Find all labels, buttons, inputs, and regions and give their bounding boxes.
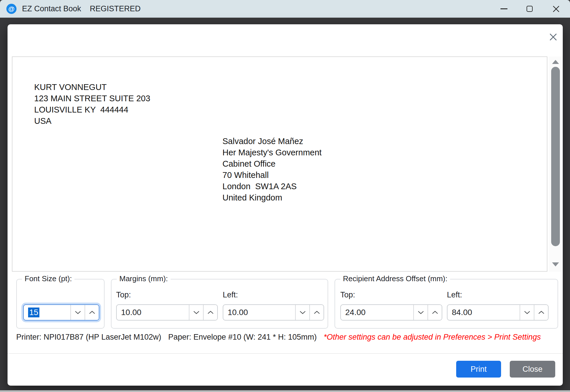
sender-address: KURT VONNEGUT 123 MAIN STREET SUITE 203 … [34, 82, 150, 127]
print-button[interactable]: Print [456, 361, 501, 378]
recipient-line: Cabinet Office [222, 158, 321, 170]
preview-scrollbar[interactable] [549, 56, 562, 272]
close-icon [549, 32, 558, 42]
margins-group: Margins (mm): Top: 10.00 Left: [111, 279, 328, 329]
offset-top-value: 24.00 [345, 308, 366, 317]
settings-note: *Other settings can be adjusted in Prefe… [324, 333, 541, 342]
scrollbar-thumb[interactable] [551, 67, 560, 246]
chevron-up-icon [432, 311, 438, 314]
scroll-up-icon[interactable] [552, 60, 559, 64]
margins-legend: Margins (mm): [117, 274, 171, 283]
chevron-down-icon [418, 311, 424, 314]
recipient-line: Her Majesty's Government [222, 147, 321, 158]
chevron-down-icon [524, 311, 530, 314]
app-title: EZ Contact Book [22, 0, 81, 18]
offset-top-input[interactable]: 24.00 [341, 305, 413, 320]
margins-left-input[interactable]: 10.00 [223, 305, 295, 320]
maximize-icon [527, 6, 533, 12]
font-size-value: 15 [28, 308, 39, 317]
footer-divider [8, 353, 563, 354]
close-icon [552, 5, 560, 13]
recipient-address: Salvador José Mañez Her Majesty's Govern… [222, 136, 321, 203]
offset-left-value: 84.00 [452, 308, 472, 317]
offset-left-decrement-button[interactable] [520, 305, 534, 320]
screen: @ EZ Contact Book REGISTERED Envelope Pr… [0, 0, 570, 392]
chevron-up-icon [314, 311, 320, 314]
recipient-line: 70 Whitehall [222, 170, 321, 181]
chevron-up-icon [538, 311, 545, 314]
recipient-line: Salvador José Mañez [222, 136, 321, 147]
window-close-button[interactable] [547, 1, 565, 16]
background-window-sliver [0, 390, 570, 392]
offset-top-label: Top: [340, 290, 355, 299]
envelope-preview: KURT VONNEGUT 123 MAIN STREET SUITE 203 … [12, 56, 547, 272]
margins-top-label: Top: [116, 290, 131, 299]
sender-line: KURT VONNEGUT [34, 82, 150, 93]
status-line: Printer: NPI017B87 (HP LaserJet M102w) P… [16, 333, 555, 342]
font-size-input[interactable]: 15 [24, 305, 70, 320]
dialog-close-button[interactable] [545, 28, 562, 46]
margins-left-value: 10.00 [228, 308, 248, 317]
font-size-increment-button[interactable] [85, 305, 99, 320]
chevron-down-icon [193, 311, 200, 314]
minimize-button[interactable] [495, 1, 513, 16]
offset-left-spinner: 84.00 [447, 304, 549, 321]
maximize-button[interactable] [520, 1, 538, 16]
close-button[interactable]: Close [510, 361, 555, 378]
sender-line: LOUISVILLE KY 444444 [34, 104, 150, 115]
margins-left-increment-button[interactable] [309, 305, 324, 320]
titlebar: @ EZ Contact Book REGISTERED [0, 0, 570, 18]
margins-left-label: Left: [223, 290, 238, 299]
margins-top-decrement-button[interactable] [189, 305, 203, 320]
registered-badge: REGISTERED [90, 0, 141, 18]
offset-top-increment-button[interactable] [427, 305, 442, 320]
chevron-up-icon [89, 311, 95, 314]
offset-left-label: Left: [447, 290, 462, 299]
font-size-legend: Font Size (pt): [22, 274, 74, 283]
recipient-line: London SW1A 2AS [222, 181, 321, 192]
margins-top-value: 10.00 [121, 308, 141, 317]
chevron-up-icon [207, 311, 214, 314]
offset-left-input[interactable]: 84.00 [447, 305, 520, 320]
font-size-group: Font Size (pt): 15 [16, 279, 105, 329]
font-size-spinner: 15 [23, 304, 99, 321]
margins-left-spinner: 10.00 [223, 304, 324, 321]
chevron-down-icon [299, 311, 306, 314]
margins-left-decrement-button[interactable] [295, 305, 309, 320]
offset-left-increment-button[interactable] [534, 305, 548, 320]
chevron-down-icon [75, 311, 81, 314]
offset-top-decrement-button[interactable] [413, 305, 427, 320]
recipient-offset-group: Recipient Address Offset (mm): Top: 24.0… [335, 279, 558, 329]
font-size-decrement-button[interactable] [70, 305, 85, 320]
envelope-print-preview-dialog: Envelope Print Preview KURT VONNEGUT 123… [8, 24, 563, 386]
printer-info: Printer: NPI017B87 (HP LaserJet M102w) [16, 333, 161, 342]
sender-line: 123 MAIN STREET SUITE 203 [34, 93, 150, 104]
offset-top-spinner: 24.00 [340, 304, 442, 321]
minimize-icon [500, 8, 507, 9]
recipient-line: United Kingdom [222, 192, 321, 203]
app-logo-icon: @ [6, 4, 17, 14]
sender-line: USA [34, 115, 150, 127]
margins-top-spinner: 10.00 [116, 304, 218, 321]
margins-top-increment-button[interactable] [203, 305, 217, 320]
paper-info: Paper: Envelope #10 (W: 241 * H: 105mm) [168, 333, 317, 342]
recipient-offset-legend: Recipient Address Offset (mm): [340, 274, 450, 283]
scroll-down-icon[interactable] [552, 262, 559, 266]
margins-top-input[interactable]: 10.00 [117, 305, 189, 320]
